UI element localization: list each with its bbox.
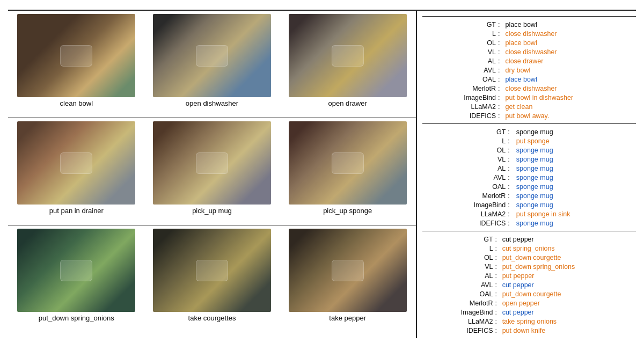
image-item-0-0: clean bowl [10, 14, 143, 115]
pred-table-1: GT:sponge mugL:put spongeOL:sponge mugVL… [427, 127, 632, 228]
pred-row-0-8: ImageBind:put bowl in dishwasher [427, 93, 632, 102]
pred-colon-0-4: : [497, 56, 504, 65]
pred-label-2-5: AVL [427, 280, 494, 289]
pred-colon-1-9: : [507, 209, 515, 218]
pred-row-1-2: OL:sponge mug [427, 145, 632, 155]
pred-colon-1-7: : [507, 191, 515, 200]
pred-label-0-9: LLaMA2 [427, 102, 497, 111]
pred-row-1-4: AL:sponge mug [427, 164, 632, 173]
pred-value-0-6: place bowl [504, 75, 632, 84]
images-area-0: clean bowlopen dishwasheropen drawer [8, 11, 416, 118]
scene-image-0-1 [153, 14, 271, 97]
pred-value-1-2: sponge mug [515, 145, 632, 155]
scene-image-1-1 [153, 121, 271, 205]
pred-label-2-3: VL [427, 262, 494, 271]
pred-block-2: GT:cut pepperL:cut spring_onionsOL:put_d… [422, 231, 636, 338]
pred-value-1-0: sponge mug [515, 127, 632, 136]
image-label-0-2: open drawer [328, 99, 367, 107]
pred-label-0-0: GT [427, 20, 497, 29]
scene-image-0-2 [289, 14, 407, 97]
images-area-2: put_down spring_onionstake courgettestak… [8, 225, 416, 332]
image-item-1-0: put pan in drainer [10, 121, 143, 223]
pred-label-1-7: MerlotR [427, 191, 507, 200]
pred-value-1-5: sponge mug [515, 173, 632, 182]
pred-value-0-8: put bowl in dishwasher [504, 93, 632, 102]
input-row-0: clean bowlopen dishwasheropen drawer [8, 11, 416, 118]
pred-row-0-2: OL:place bowl [427, 38, 632, 47]
pred-label-0-7: MerlotR [427, 84, 497, 93]
pred-label-0-5: AVL [427, 65, 497, 75]
input-row-1: put pan in drainerpick_up mugpick_up spo… [8, 118, 416, 225]
pred-colon-1-8: : [507, 200, 515, 209]
pred-value-0-0: place bowl [504, 20, 632, 29]
image-label-2-1: take courgettes [188, 314, 236, 322]
pred-value-2-6: put_down courgette [501, 289, 632, 298]
pred-label-2-2: OL [427, 253, 494, 262]
pred-row-0-4: AL:close drawer [427, 56, 632, 65]
pred-value-0-3: close dishwasher [504, 47, 632, 56]
pred-colon-1-6: : [507, 182, 515, 191]
image-label-0-0: clean bowl [60, 99, 93, 107]
pred-value-2-8: cut pepper [501, 308, 632, 317]
pred-value-1-9: put sponge in sink [515, 209, 632, 218]
pred-row-0-6: OAL:place bowl [427, 75, 632, 84]
pred-value-2-3: put_down spring_onions [501, 262, 632, 271]
pred-value-1-10: sponge mug [515, 218, 632, 228]
pred-label-0-6: OAL [427, 75, 497, 84]
pred-label-0-1: L [427, 29, 497, 38]
inputs-column: clean bowlopen dishwasheropen drawerput … [8, 11, 416, 338]
pred-colon-2-1: : [494, 244, 501, 253]
pred-row-1-0: GT:sponge mug [427, 127, 632, 136]
pred-label-2-8: ImageBind [427, 308, 494, 317]
pred-value-1-3: sponge mug [515, 155, 632, 164]
pred-row-1-7: MerlotR:sponge mug [427, 191, 632, 200]
pred-colon-1-2: : [507, 145, 515, 155]
pred-value-1-6: sponge mug [515, 182, 632, 191]
pred-colon-1-3: : [507, 155, 515, 164]
pred-value-1-4: sponge mug [515, 164, 632, 173]
pred-row-1-10: IDEFICS:sponge mug [427, 218, 632, 228]
pred-colon-0-8: : [497, 93, 504, 102]
pred-value-2-2: put_down courgette [501, 253, 632, 262]
main-container: clean bowlopen dishwasheropen drawerput … [0, 0, 644, 343]
pred-row-0-7: MerlotR:close dishwasher [427, 84, 632, 93]
pred-row-2-10: IDEFICS:put down knife [427, 326, 632, 335]
pred-value-0-2: place bowl [504, 38, 632, 47]
image-item-1-1: pick_up mug [146, 121, 279, 223]
pred-row-2-0: GT:cut pepper [427, 235, 632, 244]
pred-colon-2-8: : [494, 308, 501, 317]
content-area: clean bowlopen dishwasheropen drawerput … [8, 10, 636, 338]
pred-colon-0-7: : [497, 84, 504, 93]
input-row-2: put_down spring_onionstake courgettestak… [8, 225, 416, 332]
pred-row-2-6: OAL:put_down courgette [427, 289, 632, 298]
prediction-title [422, 11, 636, 17]
image-label-2-2: take pepper [329, 314, 366, 322]
pred-value-2-7: open pepper [501, 298, 632, 308]
pred-row-0-9: LLaMA2:get clean [427, 102, 632, 111]
pred-value-1-8: sponge mug [515, 200, 632, 209]
scene-image-2-0 [17, 229, 135, 312]
pred-row-2-2: OL:put_down courgette [427, 253, 632, 262]
pred-label-2-7: MerlotR [427, 298, 494, 308]
image-item-0-2: open drawer [281, 14, 414, 115]
pred-value-0-7: close dishwasher [504, 84, 632, 93]
pred-colon-1-0: : [507, 127, 515, 136]
pred-colon-2-3: : [494, 262, 501, 271]
pred-colon-0-6: : [497, 75, 504, 84]
image-item-2-0: put_down spring_onions [10, 229, 143, 330]
image-item-1-2: pick_up sponge [281, 121, 414, 223]
pred-label-1-5: AVL [427, 173, 507, 182]
pred-colon-0-10: : [497, 111, 504, 120]
pred-colon-2-6: : [494, 289, 501, 298]
pred-colon-1-4: : [507, 164, 515, 173]
pred-row-1-9: LLaMA2:put sponge in sink [427, 209, 632, 218]
pred-colon-2-10: : [494, 326, 501, 335]
pred-row-2-7: MerlotR:open pepper [427, 298, 632, 308]
pred-value-2-10: put down knife [501, 326, 632, 335]
pred-value-2-1: cut spring_onions [501, 244, 632, 253]
pred-row-2-4: AL:put pepper [427, 271, 632, 280]
pred-row-1-8: ImageBind:sponge mug [427, 200, 632, 209]
pred-colon-2-0: : [494, 235, 501, 244]
pred-label-2-0: GT [427, 235, 494, 244]
pred-label-2-6: OAL [427, 289, 494, 298]
